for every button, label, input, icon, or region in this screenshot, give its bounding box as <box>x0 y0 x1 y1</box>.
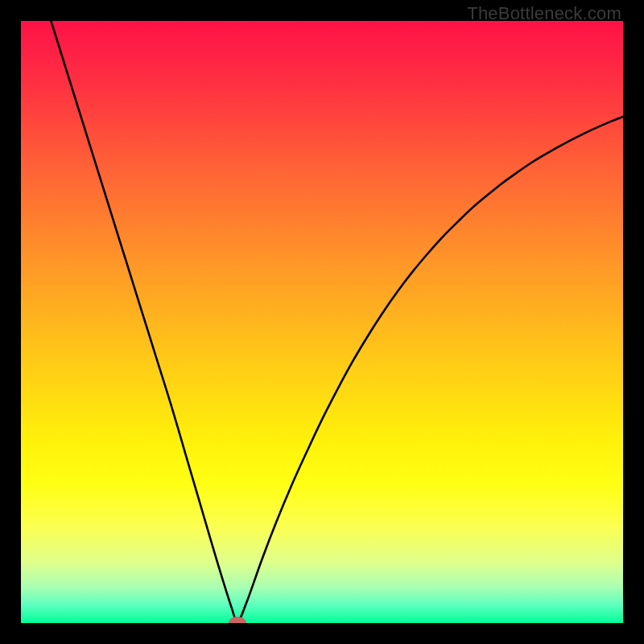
plot-area <box>21 21 623 623</box>
chart-frame: TheBottleneck.com <box>0 0 644 644</box>
svg-rect-0 <box>21 21 623 623</box>
watermark-text: TheBottleneck.com <box>467 3 621 24</box>
background-gradient <box>21 21 623 623</box>
